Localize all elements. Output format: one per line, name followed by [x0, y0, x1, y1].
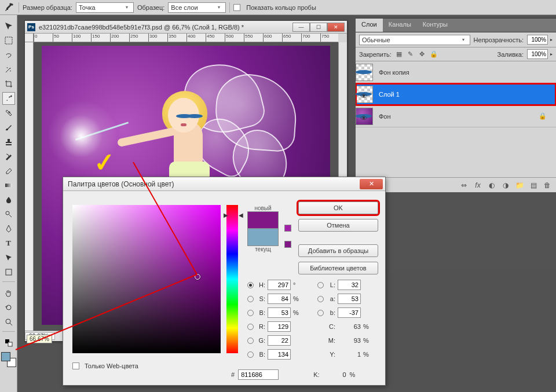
zoom-tool[interactable] [2, 316, 15, 328]
panel-tabs: Слои Каналы Контуры [356, 19, 556, 32]
pen-tool[interactable] [2, 222, 15, 235]
default-colors-icon[interactable] [2, 336, 15, 349]
lb-input[interactable] [338, 307, 361, 318]
layer-row[interactable]: 👁 Фон 🔒 [356, 105, 556, 127]
a-input[interactable] [338, 294, 361, 304]
hue-slider[interactable] [226, 205, 238, 353]
rotate-view-tool[interactable] [2, 301, 15, 314]
path-select-tool[interactable] [2, 251, 15, 264]
dodge-tool[interactable] [2, 208, 15, 221]
bv-input[interactable] [268, 307, 291, 318]
marquee-tool[interactable] [2, 34, 15, 47]
g-input[interactable] [268, 335, 291, 346]
hand-tool[interactable] [2, 287, 15, 299]
lock-icon: 🔒 [539, 112, 547, 120]
lasso-tool[interactable] [2, 49, 15, 61]
tab-layers[interactable]: Слои [356, 19, 383, 32]
gradient-tool[interactable] [2, 179, 15, 192]
radio-bb[interactable] [247, 351, 254, 358]
picker-titlebar[interactable]: Палитра цветов (Основной цвет) ✕ [63, 177, 385, 191]
document-title: e3210291db7caae998bd548e5b91e7f3.psd @ 6… [39, 24, 289, 31]
sample-size-combo[interactable]: Точка▾ [76, 2, 134, 13]
color-swatches[interactable] [1, 352, 16, 367]
add-swatch-button[interactable]: Добавить в образцы [298, 244, 378, 257]
layer-name[interactable]: Фон [379, 113, 391, 120]
picker-title: Палитра цветов (Основной цвет) [68, 180, 360, 188]
layer-name[interactable]: Фон копия [379, 69, 409, 76]
fill-input[interactable] [527, 49, 548, 59]
current-color-swatch[interactable] [247, 229, 279, 246]
visibility-toggle[interactable]: 👁 [356, 114, 372, 118]
sample-combo[interactable]: Все слои▾ [168, 2, 226, 13]
y-value: 1 [338, 351, 361, 358]
cancel-button[interactable]: Отмена [298, 219, 378, 232]
fx-icon[interactable]: fx [473, 180, 483, 190]
blend-mode-combo[interactable]: Обычные▾ [359, 35, 470, 45]
svg-point-3 [6, 211, 9, 215]
type-tool[interactable]: T [2, 237, 15, 250]
color-libraries-button[interactable]: Библиотеки цветов [298, 262, 378, 274]
radio-g[interactable] [247, 338, 254, 344]
radio-h[interactable] [247, 282, 254, 288]
ruler-horizontal: 0501001502002503003504004505005506006507… [34, 34, 338, 42]
crop-tool[interactable] [2, 78, 15, 90]
move-tool[interactable] [2, 20, 15, 32]
s-input[interactable] [268, 294, 291, 304]
b-input[interactable] [268, 349, 291, 360]
stamp-tool[interactable] [2, 135, 15, 148]
lock-position-icon[interactable]: ✥ [418, 50, 426, 58]
visibility-toggle[interactable] [356, 70, 372, 74]
opacity-input[interactable] [527, 35, 548, 45]
chevron-down-icon[interactable]: ▸ [550, 52, 553, 57]
l-input[interactable] [338, 280, 361, 290]
websafe-swatch[interactable] [284, 241, 291, 248]
h-input[interactable] [268, 280, 291, 290]
ok-button[interactable]: OK [298, 202, 378, 214]
foreground-color-swatch[interactable] [1, 352, 10, 361]
lock-all-icon[interactable]: 🔒 [430, 50, 438, 58]
mask-icon[interactable]: ◐ [487, 180, 497, 190]
chevron-down-icon[interactable]: ▸ [550, 37, 553, 42]
document-titlebar[interactable]: Ps e3210291db7caae998bd548e5b91e7f3.psd … [25, 21, 347, 34]
layer-row[interactable]: Фон копия [356, 61, 556, 83]
show-ring-checkbox[interactable] [233, 4, 240, 11]
hex-input[interactable] [238, 369, 279, 380]
folder-icon[interactable]: 📁 [514, 180, 525, 190]
ps-icon: Ps [27, 23, 35, 31]
radio-l[interactable] [317, 282, 324, 288]
layer-row[interactable]: 👁 Слой 1 [356, 83, 556, 105]
warning-swatch[interactable] [284, 225, 291, 232]
sample-size-label: Размер образца: [23, 4, 72, 11]
brush-tool[interactable] [2, 121, 15, 134]
tab-paths[interactable]: Контуры [417, 19, 453, 32]
visibility-toggle[interactable]: 👁 [356, 92, 372, 96]
lock-pixels-icon[interactable]: ✎ [407, 50, 415, 58]
heal-tool[interactable] [2, 107, 15, 119]
layer-name[interactable]: Слой 1 [379, 91, 400, 98]
eyedropper-tool[interactable] [2, 92, 15, 105]
shape-tool[interactable] [2, 266, 15, 279]
minimize-button[interactable]: — [292, 23, 310, 32]
trash-icon[interactable]: 🗑 [542, 180, 553, 190]
lock-transparent-icon[interactable]: ▦ [395, 50, 403, 58]
radio-s[interactable] [247, 296, 254, 302]
radio-lb[interactable] [317, 310, 324, 316]
radio-a[interactable] [317, 296, 324, 302]
web-only-checkbox[interactable] [72, 362, 79, 369]
radio-b[interactable] [247, 310, 254, 316]
adjust-icon[interactable]: ◑ [500, 180, 511, 190]
close-button[interactable]: ✕ [327, 23, 345, 32]
history-brush-tool[interactable] [2, 150, 15, 163]
eraser-tool[interactable] [2, 164, 15, 177]
wand-tool[interactable] [2, 63, 15, 76]
tab-channels[interactable]: Каналы [383, 19, 417, 32]
close-button[interactable]: ✕ [360, 179, 383, 189]
color-field[interactable] [72, 205, 221, 353]
ruler-corner [25, 34, 34, 42]
maximize-button[interactable]: ☐ [310, 23, 327, 32]
blur-tool[interactable] [2, 193, 15, 206]
link-icon[interactable]: ⇔ [459, 180, 469, 190]
r-input[interactable] [268, 321, 291, 332]
radio-r[interactable] [247, 324, 254, 330]
new-layer-icon[interactable]: ▤ [528, 180, 539, 190]
